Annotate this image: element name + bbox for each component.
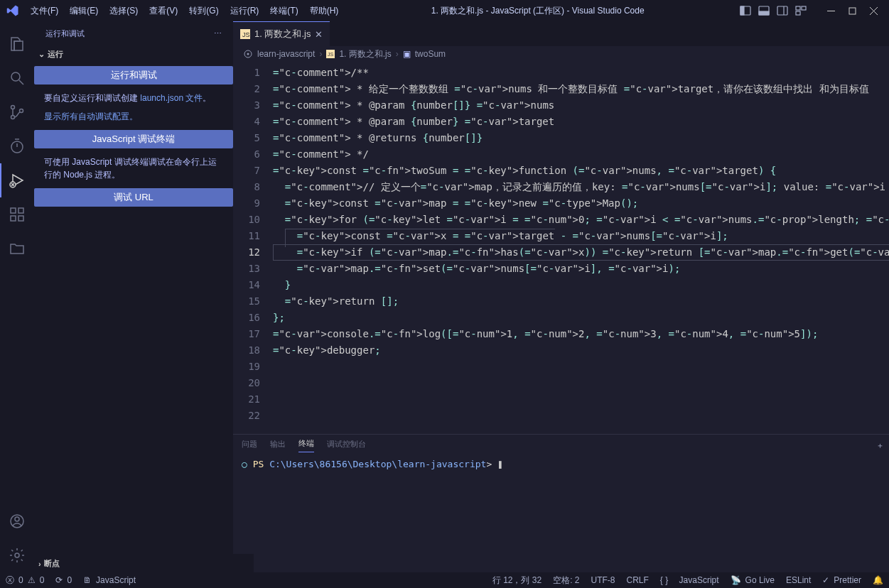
- svg-rect-6: [796, 6, 800, 10]
- window-title: 1. 两数之和.js - JavaScript (工作区) - Visual S…: [344, 5, 731, 17]
- custom-launch-text: 要自定义运行和调试创建 launch.json 文件。: [34, 89, 233, 107]
- tab-close-icon[interactable]: ✕: [315, 29, 323, 40]
- status-eol[interactable]: CRLF: [621, 575, 654, 587]
- close-icon[interactable]: [868, 5, 879, 16]
- prompt-cursor: > ❚: [486, 459, 502, 469]
- activity-bar: [0, 21, 34, 572]
- menu-help[interactable]: 帮助(H): [304, 0, 345, 21]
- folder-icon[interactable]: [0, 232, 34, 266]
- panel-tab-problems[interactable]: 问题: [242, 439, 257, 452]
- settings-gear-icon[interactable]: [0, 538, 34, 572]
- tab-filename: 1. 两数之和.js: [254, 28, 311, 40]
- menu-terminal[interactable]: 终端(T): [264, 0, 303, 21]
- error-count: 0: [18, 575, 23, 585]
- editor[interactable]: 12345678910111213141516171819202122 ="c-…: [233, 62, 889, 434]
- bc-file[interactable]: 1. 两数之和.js: [339, 48, 391, 60]
- menu-edit[interactable]: 编辑(E): [64, 0, 104, 21]
- lang-label: JavaScript: [679, 575, 719, 585]
- run-debug-icon[interactable]: [0, 163, 34, 197]
- radio-icon: ⟳: [55, 575, 63, 585]
- new-terminal-icon[interactable]: ＋: [876, 440, 884, 451]
- customize-layout-icon[interactable]: [795, 5, 807, 16]
- status-golive[interactable]: 📡Go Live: [725, 575, 780, 587]
- explorer-icon[interactable]: [0, 27, 34, 61]
- show-auto-configs-link[interactable]: 显示所有自动调试配置。: [34, 107, 233, 126]
- bc-symbol[interactable]: twoSum: [415, 49, 446, 59]
- svg-text:JS: JS: [328, 52, 334, 57]
- toggle-primary-sidebar-icon[interactable]: [740, 5, 751, 16]
- minimize-icon[interactable]: [825, 5, 836, 16]
- panel-tab-debug-console[interactable]: 调试控制台: [327, 439, 366, 452]
- panel-tab-output[interactable]: 输出: [270, 439, 286, 452]
- broadcast-icon: 📡: [731, 575, 741, 585]
- menu-view[interactable]: 查看(V): [144, 0, 183, 21]
- sidebar-title: 运行和调试: [45, 28, 85, 39]
- menu-go[interactable]: 转到(G): [183, 0, 224, 21]
- editor-group: JS 1. 两数之和.js ✕ ⋯ learn-javascript › JS …: [233, 21, 889, 572]
- svg-text:JS: JS: [242, 31, 250, 38]
- svg-point-15: [11, 106, 15, 109]
- editor-tabs: JS 1. 两数之和.js ✕ ⋯: [233, 21, 889, 46]
- panel-tab-terminal[interactable]: 终端: [298, 438, 314, 452]
- warning-icon: ⚠: [28, 575, 36, 585]
- svg-point-34: [247, 53, 249, 55]
- js-file-icon: JS: [326, 50, 335, 58]
- error-icon: ⓧ: [6, 575, 14, 587]
- status-prettier[interactable]: ✓Prettier: [817, 575, 867, 587]
- chevron-right-icon: ›: [396, 49, 399, 59]
- section-run[interactable]: ⌄ 运行: [34, 46, 233, 62]
- target-icon: [243, 49, 253, 59]
- more-icon[interactable]: ⋯: [214, 29, 222, 38]
- status-cursor-pos[interactable]: 行 12，列 32: [487, 575, 547, 587]
- toggle-secondary-sidebar-icon[interactable]: [777, 5, 788, 16]
- source-control-icon[interactable]: [0, 95, 34, 129]
- status-indent[interactable]: 空格: 2: [547, 575, 585, 587]
- run-and-debug-button[interactable]: 运行和调试: [34, 66, 233, 85]
- menu-run[interactable]: 运行(R): [225, 0, 265, 21]
- panel-tabs: 问题 输出 终端 调试控制台 ＋ ⌄ ^ ✕: [233, 435, 889, 456]
- search-icon[interactable]: [0, 61, 34, 95]
- toggle-panel-icon[interactable]: [758, 5, 770, 16]
- section-breakpoints[interactable]: › 断点: [34, 554, 254, 572]
- window-controls: [815, 5, 889, 16]
- menu-bar: 文件(F) 编辑(E) 选择(S) 查看(V) 转到(G) 运行(R) 终端(T…: [25, 0, 344, 21]
- status-lang[interactable]: { } JavaScript: [654, 575, 725, 587]
- golive-label: Go Live: [745, 575, 775, 585]
- menu-file[interactable]: 文件(F): [25, 0, 64, 21]
- js-file-icon: JS: [240, 29, 250, 39]
- status-errors[interactable]: ⓧ0 ⚠0: [0, 575, 50, 587]
- timer-icon[interactable]: [0, 129, 34, 163]
- js-term-desc: 可使用 JavaScript 调试终端调试在命令行上运行的 Node.js 进程…: [34, 153, 233, 184]
- check-icon: ✓: [822, 575, 829, 585]
- js-debug-terminal-button[interactable]: JavaScript 调试终端: [34, 130, 233, 148]
- svg-rect-3: [759, 11, 769, 15]
- chevron-down-icon: ⌄: [38, 50, 45, 59]
- status-notifications[interactable]: 🔔: [867, 575, 889, 587]
- svg-point-13: [11, 72, 20, 81]
- bc-folder[interactable]: learn-javascript: [257, 49, 315, 59]
- chevron-right-icon: ›: [38, 560, 41, 568]
- editor-tab-active[interactable]: JS 1. 两数之和.js ✕: [233, 21, 330, 46]
- show-auto-link-text: 显示所有自动调试配置。: [44, 111, 138, 121]
- status-encoding[interactable]: UTF-8: [586, 575, 621, 587]
- extensions-icon[interactable]: [0, 197, 34, 232]
- accounts-icon[interactable]: [0, 504, 34, 538]
- code-content[interactable]: ="c-comment">/**="c-comment"> * 给定一个整数数组…: [273, 62, 889, 434]
- status-ports[interactable]: ⟳0: [50, 575, 77, 585]
- status-file-type[interactable]: 🗎JavaScript: [77, 575, 141, 585]
- sidebar: 运行和调试 ⋯ ⌄ 运行 运行和调试 要自定义运行和调试创建 launch.js…: [34, 21, 233, 572]
- launch-json-link[interactable]: launch.json 文件: [140, 93, 203, 103]
- menu-selection[interactable]: 选择(S): [104, 0, 144, 21]
- debug-url-button[interactable]: 调试 URL: [34, 188, 233, 207]
- maximize-icon[interactable]: [846, 5, 858, 16]
- layout-controls: [731, 5, 815, 16]
- title-bar: 文件(F) 编辑(E) 选择(S) 查看(V) 转到(G) 运行(R) 终端(T…: [0, 0, 889, 21]
- status-eslint[interactable]: ESLint: [780, 575, 817, 587]
- breadcrumb[interactable]: learn-javascript › JS 1. 两数之和.js › ▣ two…: [233, 46, 889, 62]
- workbench: 运行和调试 ⋯ ⌄ 运行 运行和调试 要自定义运行和调试创建 launch.js…: [0, 21, 889, 572]
- braces-icon: { }: [660, 575, 668, 585]
- svg-rect-25: [18, 208, 23, 213]
- terminal[interactable]: ○ PS C:\Users\86156\Desktop\learn-javasc…: [233, 456, 889, 572]
- svg-rect-1: [740, 6, 744, 15]
- prompt-path: C:\Users\86156\Desktop\learn-javascript: [269, 459, 486, 469]
